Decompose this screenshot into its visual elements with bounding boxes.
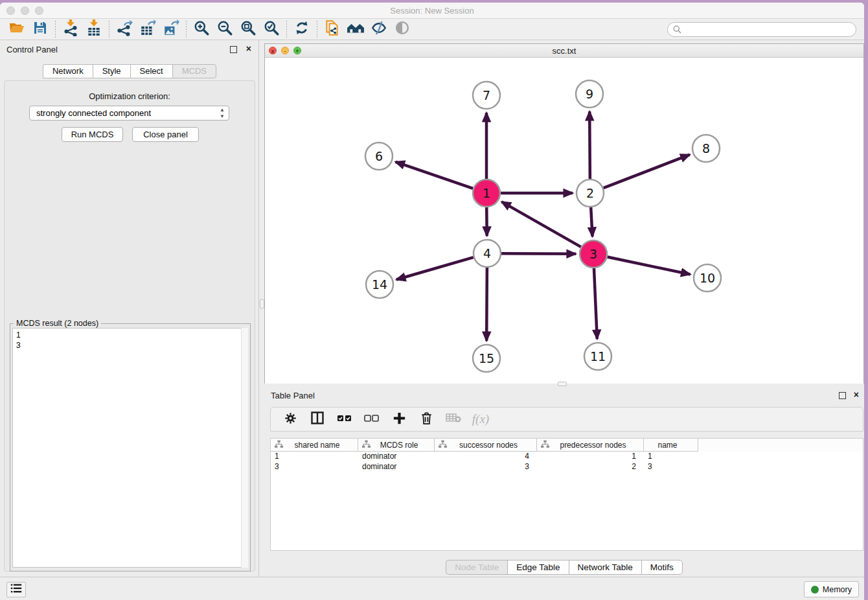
close-table-panel-icon[interactable]: × [854, 389, 859, 400]
eye-toggle-button[interactable] [391, 19, 414, 39]
graph-edge-4-14[interactable] [396, 257, 474, 279]
eye-icon [394, 19, 411, 39]
memory-button[interactable]: Memory [804, 581, 859, 597]
refresh-layout-button[interactable] [290, 19, 314, 39]
delete-row-button[interactable] [417, 410, 435, 429]
result-scrollbar[interactable] [241, 328, 248, 568]
graph-edge-3-11[interactable] [594, 268, 597, 339]
export-network-button[interactable] [113, 19, 136, 39]
zoom-selected-button[interactable] [260, 19, 283, 39]
save-floppy-icon [32, 20, 48, 38]
table-settings-button[interactable] [281, 410, 299, 429]
graphics-details-button[interactable] [367, 19, 391, 39]
graph-edge-4-3[interactable] [501, 253, 576, 254]
splitter-handle[interactable] [260, 299, 264, 308]
delete-table-button[interactable] [444, 410, 463, 429]
network-canvas[interactable]: 7968124314101511 [265, 58, 863, 384]
column-header-name[interactable]: name [644, 439, 698, 452]
zoom-selected-icon [263, 19, 280, 39]
zoom-out-button[interactable] [213, 19, 236, 39]
deselect-all-button[interactable] [363, 410, 381, 429]
graph-node-11[interactable]: 11 [584, 343, 611, 370]
graph-node-4[interactable]: 4 [474, 240, 501, 267]
close-panel-button[interactable]: Close panel [132, 127, 199, 142]
tab-edge-table[interactable]: Edge Table [507, 560, 568, 575]
gear-icon [283, 411, 298, 428]
column-header-mcds-role[interactable]: MCDS role [358, 439, 435, 452]
run-mcds-button[interactable]: Run MCDS [62, 127, 123, 142]
table-panel-tabs: Node Table Edge Table Network Table Moti… [264, 560, 864, 575]
show-columns-button[interactable] [308, 410, 326, 429]
float-panel-icon[interactable] [230, 46, 237, 53]
toolbar-separator [109, 21, 109, 38]
graph-edge-2-8[interactable] [604, 155, 690, 188]
table-row[interactable]: 3 dominator 3 2 3 [271, 462, 863, 472]
hierarchy-icon [439, 440, 447, 450]
graph-node-2[interactable]: 2 [577, 179, 604, 207]
criterion-select[interactable]: strongly connected component ▲▼ [29, 106, 229, 121]
home-layout-button[interactable] [344, 19, 367, 39]
zoom-in-button[interactable] [190, 19, 213, 39]
table-panel: Table Panel × [264, 386, 864, 575]
tab-select[interactable]: Select [130, 64, 172, 78]
panel-splitter-vertical[interactable] [258, 40, 264, 577]
graph-edge-1-6[interactable] [396, 162, 474, 189]
select-spinner-icon: ▲▼ [220, 107, 225, 120]
graph-edge-2-9[interactable] [589, 111, 590, 179]
svg-text:1: 1 [483, 186, 490, 200]
graph-node-1[interactable]: 1 [473, 179, 500, 207]
column-header-predecessor-nodes[interactable]: predecessor nodes [537, 439, 644, 452]
graph-node-7[interactable]: 7 [473, 82, 500, 109]
column-header-shared-name[interactable]: shared name [271, 439, 358, 452]
splitter-handle-horizontal[interactable] [558, 382, 567, 386]
graph-node-8[interactable]: 8 [692, 135, 720, 162]
graph-node-10[interactable]: 10 [694, 264, 721, 292]
float-table-panel-icon[interactable] [839, 392, 846, 399]
graph-node-6[interactable]: 6 [365, 143, 393, 170]
graph-node-15[interactable]: 15 [473, 345, 500, 372]
tab-network-table[interactable]: Network Table [569, 560, 641, 575]
tab-mcds[interactable]: MCDS [172, 64, 216, 78]
graph-edge-4-15[interactable] [486, 268, 487, 341]
clone-network-button[interactable] [321, 19, 344, 39]
svg-text:3: 3 [589, 247, 597, 261]
cell-name: 1 [644, 452, 698, 462]
graph-node-9[interactable]: 9 [576, 80, 603, 108]
open-file-button[interactable] [5, 19, 29, 39]
graph-edge-3-10[interactable] [608, 257, 691, 275]
window-title: Session: New Session [0, 3, 864, 19]
node-table: shared name MCDS role successor nodes pr… [270, 438, 863, 551]
optimization-criterion-label: Optimization criterion: [5, 91, 255, 101]
zoom-fit-button[interactable] [236, 19, 260, 39]
import-table-button[interactable] [82, 19, 106, 39]
table-row[interactable]: 1 dominator 4 1 1 [271, 452, 863, 462]
unchecked-boxes-icon [363, 411, 380, 428]
close-panel-icon[interactable]: × [246, 43, 251, 54]
network-graph[interactable]: 7968124314101511 [265, 58, 863, 384]
status-bar: Memory [0, 577, 864, 600]
save-session-button[interactable] [29, 19, 52, 39]
column-header-successor-nodes[interactable]: successor nodes [435, 439, 537, 452]
export-image-button[interactable] [159, 19, 183, 39]
export-table-icon [139, 19, 156, 39]
task-history-button[interactable] [6, 582, 26, 597]
add-column-button[interactable] [390, 410, 408, 429]
import-network-button[interactable] [59, 19, 82, 39]
graph-edge-3-1[interactable] [501, 202, 580, 247]
clone-network-icon [324, 19, 341, 39]
mcds-result-text[interactable]: 1 3 [12, 328, 248, 568]
function-builder-button[interactable]: f(x) [472, 410, 490, 429]
tab-motifs[interactable]: Motifs [641, 560, 683, 575]
export-table-button[interactable] [136, 19, 159, 39]
svg-text:6: 6 [375, 149, 383, 163]
search-input[interactable] [682, 23, 856, 36]
graph-node-3[interactable]: 3 [580, 240, 607, 268]
cell-successor-nodes: 4 [435, 452, 537, 462]
tab-style[interactable]: Style [93, 64, 130, 78]
tab-node-table[interactable]: Node Table [446, 560, 507, 575]
tab-network[interactable]: Network [43, 64, 93, 78]
graph-edge-2-3[interactable] [591, 207, 592, 237]
graph-node-14[interactable]: 14 [366, 271, 393, 298]
cell-shared-name: 3 [271, 462, 358, 472]
select-all-button[interactable] [336, 410, 354, 429]
